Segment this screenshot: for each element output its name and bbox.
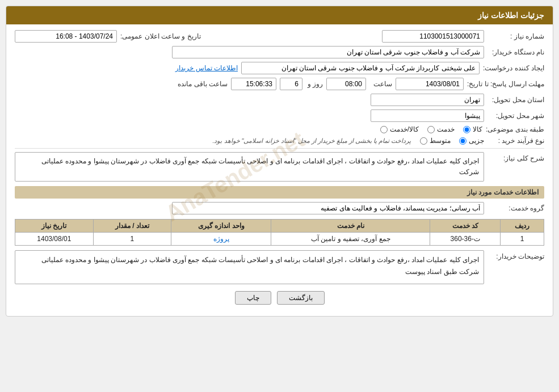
cell-tarikh: 1403/08/01 <box>15 233 94 246</box>
table-body: 1 ت-36-360 جمع آوری، تصفیه و تامین آب پر… <box>15 233 544 246</box>
radio-khadamat-input[interactable] <box>427 126 435 133</box>
nove-label: نوع فرآیند خرید : <box>487 137 544 145</box>
print-button[interactable]: چاپ <box>235 291 271 305</box>
dastgah-label: نام دستگاه خریدار: <box>487 48 544 56</box>
panel-header: جزئیات اطلاعات نیاز <box>6 6 553 24</box>
row-ejad: ایجاد کننده درخواست: اطلاعات تماس خریدار <box>15 62 544 74</box>
cell-tedad: 1 <box>93 233 171 246</box>
col-tedad: تعداد / مقدار <box>93 220 171 233</box>
mohlet-label: مهلت ارسال پاسخ: تا تاریخ: <box>467 80 544 88</box>
row-gorohe: گروه خدمت: <box>15 202 544 214</box>
ejad-input[interactable] <box>241 62 480 74</box>
tawsihat-box: اجرای کلیه عملیات امداد ،رفع حوادث و اتف… <box>15 250 484 284</box>
shahr-input[interactable] <box>371 109 484 122</box>
panel-body: شماره نیاز : تاریخ و ساعت اعلان عمومی: ن… <box>6 24 553 316</box>
radio-khadamat[interactable]: خدمت <box>427 125 455 133</box>
radio-kala[interactable]: کالا <box>463 125 482 133</box>
ostan-input[interactable] <box>371 94 484 106</box>
tawsihat-label: توضیحات خریدار: <box>487 250 544 260</box>
mohlet-date-input[interactable] <box>396 78 464 90</box>
row-shahr: شهر محل تحویل: <box>15 109 544 122</box>
note-text: پرداخت تمام یا بخشی از مبلغ خریدار از مح… <box>212 137 411 145</box>
row-shomara: شماره نیاز : تاریخ و ساعت اعلان عمومی: <box>15 30 544 43</box>
tabaqe-label: طبقه بندی موضوعی: <box>486 125 544 133</box>
cell-kod: ت-36-360 <box>430 233 501 246</box>
roz-label: روز و <box>306 80 323 88</box>
radio-jozii[interactable]: جزیی <box>459 137 484 145</box>
table-header-row: ردیف کد خدمت نام خدمت واحد اندازه گیری ت… <box>15 220 544 233</box>
gorohe-label: گروه خدمت: <box>487 204 544 212</box>
radio-motavasset-input[interactable] <box>420 137 427 145</box>
nove-radio-group: متوسط جزیی <box>420 137 484 145</box>
table-section: ردیف کد خدمت نام خدمت واحد اندازه گیری ت… <box>15 219 544 246</box>
cell-nam: جمع آوری، تصفیه و تامین آب <box>271 233 430 246</box>
back-button[interactable]: بازگشت <box>277 291 325 305</box>
main-container: جزئیات اطلاعات نیاز شماره نیاز : تاریخ و… <box>0 0 559 392</box>
mohlet-saat-input[interactable] <box>326 78 366 90</box>
sharh-label: شرح کلی نیاز: <box>487 152 544 162</box>
shomara-label: شماره نیاز : <box>487 32 544 40</box>
col-tarikh: تاریخ نیاز <box>15 220 94 233</box>
tawsihat-value: اجرای کلیه عملیات امداد ،رفع حوادث و اتف… <box>41 256 479 275</box>
radio-khadamat-label: خدمت <box>437 125 455 133</box>
radio-kala-khadamat[interactable]: کالا/خدمت <box>380 125 419 133</box>
radio-kala-khadamat-label: کالا/خدمت <box>390 125 419 133</box>
row-tabaqe: طبقه بندی موضوعی: کالا/خدمت خدمت کالا <box>15 125 544 133</box>
radio-motavasset[interactable]: متوسط <box>420 137 451 145</box>
ejad-label: ایجاد کننده درخواست: <box>483 64 544 72</box>
radio-kala-input[interactable] <box>463 126 470 133</box>
gorohe-input[interactable] <box>172 202 484 214</box>
sharh-box: اجرای کلیه عملیات امداد ،رفع حوادث و اتف… <box>15 152 484 182</box>
radio-jozii-label: جزیی <box>469 137 484 145</box>
baqui-label: ساعت باقی مانده <box>171 80 228 88</box>
radio-jozii-input[interactable] <box>459 137 466 145</box>
mohlet-time-input[interactable] <box>231 78 276 90</box>
row-dastgah: نام دستگاه خریدار: <box>15 46 544 58</box>
cell-radif: 1 <box>501 233 544 246</box>
sharh-value: اجرای کلیه عملیات امداد ،رفع حوادث و اتف… <box>41 157 479 176</box>
tarikh-input[interactable] <box>15 30 117 43</box>
table-row: 1 ت-36-360 جمع آوری، تصفیه و تامین آب پر… <box>15 233 544 246</box>
radio-motavasset-label: متوسط <box>430 137 451 145</box>
khadamat-section-title: اطلاعات خدمات مورد نیاز <box>15 186 544 199</box>
services-table: ردیف کد خدمت نام خدمت واحد اندازه گیری ت… <box>15 219 544 246</box>
row-sharh: شرح کلی نیاز: اجرای کلیه عملیات امداد ،ر… <box>15 152 544 182</box>
col-vahed: واحد اندازه گیری <box>171 220 271 233</box>
row-nove: نوع فرآیند خرید : متوسط جزیی پرداخت تمام… <box>15 137 544 145</box>
button-area: بازگشت چاپ <box>15 291 544 310</box>
mohlet-roz-input[interactable] <box>280 78 302 90</box>
shomara-input[interactable] <box>382 30 484 43</box>
radio-kala-khadamat-input[interactable] <box>380 126 388 133</box>
divider1 <box>15 148 544 149</box>
col-nam: نام خدمت <box>271 220 430 233</box>
col-radif: ردیف <box>501 220 544 233</box>
ostan-label: استان محل تحویل: <box>487 96 544 104</box>
ejad-link[interactable]: اطلاعات تماس خریدار <box>175 64 238 72</box>
dastgah-input[interactable] <box>172 46 484 58</box>
tarikh-label: تاریخ و ساعت اعلان عمومی: <box>120 32 201 40</box>
panel-title: جزئیات اطلاعات نیاز <box>478 11 544 20</box>
row-mohlet: مهلت ارسال پاسخ: تا تاریخ: ساعت روز و سا… <box>15 78 544 90</box>
radio-kala-label: کالا <box>473 125 482 133</box>
tabaqe-radio-group: کالا/خدمت خدمت کالا <box>380 125 482 133</box>
panel: جزئیات اطلاعات نیاز شماره نیاز : تاریخ و… <box>6 6 553 317</box>
row-tawsihat: توضیحات خریدار: اجرای کلیه عملیات امداد … <box>15 250 544 284</box>
row-ostan: استان محل تحویل: <box>15 94 544 106</box>
saat-label: ساعت <box>369 80 392 88</box>
cell-vahed: پروژه <box>171 233 271 246</box>
shahr-label: شهر محل تحویل: <box>487 112 544 120</box>
col-kod: کد خدمت <box>430 220 501 233</box>
content-wrapper: شماره نیاز : تاریخ و ساعت اعلان عمومی: ن… <box>15 30 544 310</box>
